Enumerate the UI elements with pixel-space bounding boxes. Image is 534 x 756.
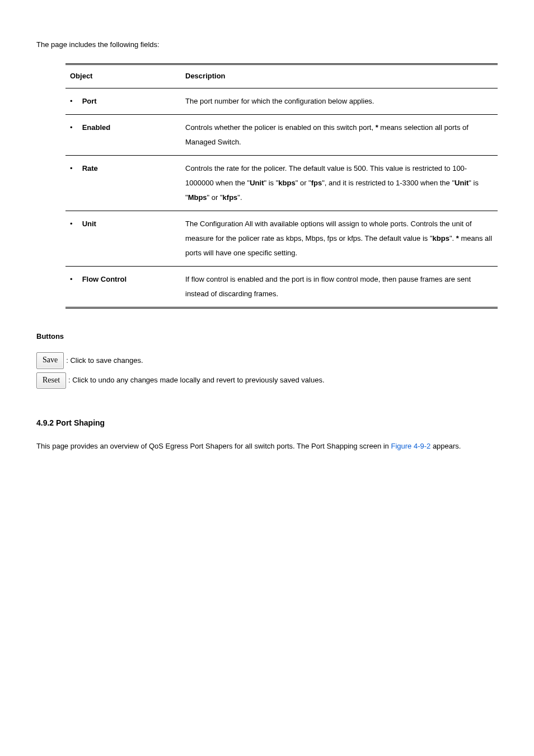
reset-desc: : Click to undo any changes made locally… [68, 375, 324, 386]
bullet-icon: • [70, 217, 80, 231]
row-desc: The port number for which the configurat… [181, 88, 498, 114]
table-row: • Flow Control If flow control is enable… [65, 266, 498, 307]
row-object: Rate [82, 164, 98, 172]
intro-text: The page includes the following fields: [36, 39, 498, 51]
table-row: • Rate Controls the rate for the policer… [65, 155, 498, 211]
row-object: Enabled [82, 123, 111, 132]
section-heading: 4.9.2 Port Shaping [36, 417, 498, 429]
row-object: Flow Control [82, 275, 127, 283]
col-header-object: Object [65, 64, 181, 88]
reset-button[interactable]: Reset [36, 372, 66, 389]
bullet-icon: • [70, 94, 80, 109]
row-desc: If flow control is enabled and the port … [181, 266, 498, 307]
bullet-icon: • [70, 272, 80, 287]
table-row: • Enabled Controls whether the policer i… [65, 114, 498, 155]
table-row: • Port The port number for which the con… [65, 88, 498, 114]
row-object: Unit [82, 220, 96, 228]
col-header-description: Description [181, 64, 498, 88]
fields-table: Object Description • Port The port numbe… [65, 63, 498, 309]
table-row: • Unit The Configuration All with availa… [65, 211, 498, 266]
button-row-save: Save : Click to save changes. [36, 352, 498, 368]
buttons-heading: Buttons [36, 331, 498, 343]
row-desc: The Configuration All with available opt… [181, 211, 498, 266]
save-desc: : Click to save changes. [66, 355, 143, 367]
row-desc: Controls the rate for the policer. The d… [181, 155, 498, 211]
figure-link[interactable]: Figure 4-9-2 [391, 442, 430, 450]
button-row-reset: Reset : Click to undo any changes made l… [36, 372, 498, 389]
save-button[interactable]: Save [36, 352, 64, 368]
bullet-icon: • [70, 120, 80, 135]
row-desc: Controls whether the policer is enabled … [181, 114, 498, 155]
bullet-icon: • [70, 161, 80, 176]
section-paragraph: This page provides an overview of QoS Eg… [36, 438, 498, 455]
row-object: Port [82, 97, 97, 105]
